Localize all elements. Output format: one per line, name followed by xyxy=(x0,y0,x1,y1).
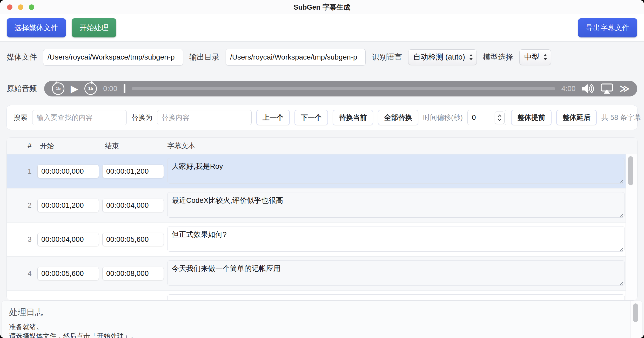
subtitle-textarea[interactable] xyxy=(167,294,625,301)
time-offset-label: 时间偏移(秒) xyxy=(423,113,463,122)
end-time-input[interactable] xyxy=(102,233,164,246)
table-header: # 开始 结束 字幕文本 xyxy=(7,138,637,154)
window-title: SubGen 字幕生成 xyxy=(293,3,350,12)
end-time-input[interactable] xyxy=(102,267,164,280)
start-time-input[interactable] xyxy=(37,267,99,280)
titlebar: SubGen 字幕生成 xyxy=(0,0,644,14)
app-window: SubGen 字幕生成 选择媒体文件 开始处理 导出字幕文件 媒体文件 输出目录… xyxy=(0,0,644,338)
export-subtitles-button[interactable]: 导出字幕文件 xyxy=(578,18,637,37)
volume-icon[interactable] xyxy=(582,83,594,94)
toolbar: 选择媒体文件 开始处理 导出字幕文件 xyxy=(0,14,644,42)
replace-input[interactable] xyxy=(157,110,252,125)
output-dir-input[interactable] xyxy=(226,49,366,66)
row-index: 2 xyxy=(22,202,37,210)
subtitle-textarea[interactable]: 但正式效果如何? xyxy=(167,226,625,252)
end-time-input[interactable] xyxy=(102,199,164,212)
table-row[interactable]: 4 今天我们来做一个简单的记帐应用 xyxy=(7,257,637,291)
stepper-icon[interactable] xyxy=(495,112,505,124)
time-offset-field xyxy=(467,110,506,125)
table-row[interactable]: 3 但正式效果如何? xyxy=(7,223,637,257)
header-start: 开始 xyxy=(37,141,102,151)
media-file-input[interactable] xyxy=(43,49,183,66)
airplay-icon[interactable] xyxy=(600,83,613,94)
log-panel: 处理日志 准备就绪。 请选择媒体文件，然后点击「开始处理」。 已选择媒体文件: … xyxy=(2,301,642,338)
playhead-handle[interactable] xyxy=(124,84,125,93)
subtitle-count: 共 58 条字幕 xyxy=(601,113,641,122)
play-icon[interactable]: ▶ xyxy=(71,84,78,94)
current-time: 0:00 xyxy=(103,84,117,93)
select-media-button[interactable]: 选择媒体文件 xyxy=(7,18,66,37)
table-row[interactable]: 1 大家好,我是Roy xyxy=(7,154,637,188)
row-index: 3 xyxy=(22,236,37,244)
header-index: # xyxy=(22,142,37,150)
start-processing-button[interactable]: 开始处理 xyxy=(72,18,116,37)
start-time-input[interactable] xyxy=(37,165,99,178)
end-time-input[interactable] xyxy=(102,165,164,178)
search-label: 搜索 xyxy=(14,113,28,122)
shift-later-button[interactable]: 整体延后 xyxy=(556,110,597,125)
header-text: 字幕文本 xyxy=(167,141,637,151)
shift-earlier-button[interactable]: 整体提前 xyxy=(511,110,552,125)
model-select[interactable]: 中型 xyxy=(519,49,551,65)
subtitle-textarea[interactable]: 今天我们来做一个简单的记帐应用 xyxy=(167,260,625,286)
language-label: 识别语言 xyxy=(372,52,402,62)
search-input[interactable] xyxy=(32,110,127,125)
log-line: 请选择媒体文件，然后点击「开始处理」。 xyxy=(9,332,627,338)
audio-row: 原始音频 15 ▶ 15 0:00 4:00 ≫ xyxy=(0,73,644,104)
language-select[interactable]: 自动检测 (auto) xyxy=(408,49,477,65)
table-row[interactable] xyxy=(7,291,637,301)
forward-15-icon[interactable]: 15 xyxy=(84,82,97,95)
subtitle-textarea[interactable]: 最近CodeX比较火,评价似乎也很高 xyxy=(167,192,625,218)
header-end: 结束 xyxy=(102,141,167,151)
audio-player: 15 ▶ 15 0:00 4:00 ≫ xyxy=(44,81,637,96)
row-index: 4 xyxy=(22,270,37,278)
rewind-15-icon[interactable]: 15 xyxy=(52,82,64,95)
zoom-window-button[interactable] xyxy=(29,4,34,10)
replace-all-button[interactable]: 全部替换 xyxy=(378,110,418,125)
subtitle-table: # 开始 结束 字幕文本 1 大家好,我是Roy 2 最近CodeX比较火,评价… xyxy=(6,137,638,301)
select-arrows-icon xyxy=(469,53,473,61)
more-controls-icon[interactable]: ≫ xyxy=(620,84,629,93)
previous-button[interactable]: 上一个 xyxy=(256,110,290,125)
table-scrollbar[interactable] xyxy=(626,154,637,300)
progress-track[interactable] xyxy=(132,87,555,90)
table-row[interactable]: 2 最近CodeX比较火,评价似乎也很高 xyxy=(7,188,637,223)
log-scrollbar-thumb[interactable] xyxy=(633,303,638,322)
media-file-label: 媒体文件 xyxy=(7,52,37,62)
minimize-window-button[interactable] xyxy=(18,4,23,10)
original-audio-label: 原始音频 xyxy=(7,83,37,94)
log-title: 处理日志 xyxy=(9,307,627,318)
start-time-input[interactable] xyxy=(37,233,99,246)
select-arrows-icon xyxy=(543,53,548,61)
model-select-value: 中型 xyxy=(524,52,539,62)
search-replace-panel: 搜索 替换为 上一个 下一个 替换当前 全部替换 时间偏移(秒) 整体提前 整体… xyxy=(6,105,638,130)
close-window-button[interactable] xyxy=(7,4,12,10)
config-row: 媒体文件 输出目录 识别语言 自动检测 (auto) 模型选择 中型 xyxy=(0,42,644,73)
log-scrollbar[interactable] xyxy=(630,301,642,338)
output-dir-label: 输出目录 xyxy=(189,52,219,62)
traffic-lights xyxy=(7,4,34,10)
next-button[interactable]: 下一个 xyxy=(294,110,328,125)
log-line: 准备就绪。 xyxy=(9,322,627,332)
model-label: 模型选择 xyxy=(483,52,513,62)
subtitle-textarea[interactable]: 大家好,我是Roy xyxy=(167,158,625,184)
row-index: 1 xyxy=(22,167,37,176)
language-select-value: 自动检测 (auto) xyxy=(413,52,465,62)
replace-label: 替换为 xyxy=(131,113,152,122)
duration-time: 4:00 xyxy=(561,84,576,93)
table-scrollbar-thumb[interactable] xyxy=(628,156,633,185)
replace-current-button[interactable]: 替换当前 xyxy=(333,110,373,125)
start-time-input[interactable] xyxy=(37,199,99,212)
